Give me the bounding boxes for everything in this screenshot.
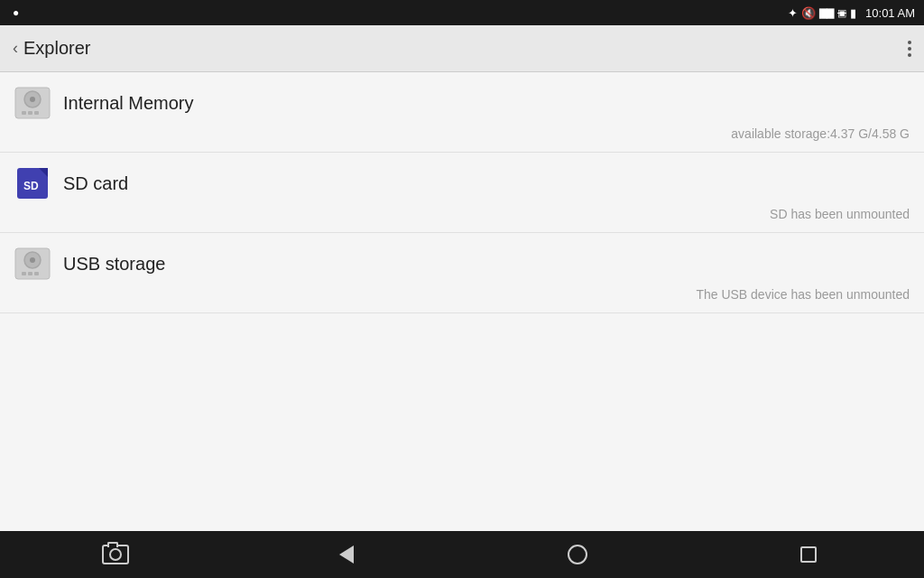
svg-rect-14 [34, 272, 39, 275]
back-button[interactable]: ‹ [13, 39, 18, 58]
usb-svg [14, 247, 51, 280]
sim-icon: ▣ [837, 7, 846, 19]
vibrate-icon: 🔇 [801, 6, 816, 20]
back-nav-button[interactable] [319, 536, 374, 573]
signal-icon: ▇▇ [819, 7, 834, 19]
app-title: Explorer [23, 38, 908, 59]
back-icon [339, 545, 354, 564]
svg-point-11 [30, 257, 35, 263]
svg-rect-5 [34, 111, 39, 115]
camera-button[interactable] [88, 536, 143, 573]
svg-point-2 [30, 97, 35, 102]
usb-storage-label: USB storage [63, 254, 165, 275]
internal-memory-status: available storage:4.37 G/4.58 G [0, 126, 924, 152]
sd-card-icon: SD [14, 165, 51, 201]
usb-storage-status: The USB device has been unmounted [0, 287, 924, 312]
sd-card-label: SD card [63, 173, 128, 194]
home-button[interactable] [550, 536, 605, 573]
status-bar: ● ✦ 🔇 ▇▇ ▣ ▮ 10:01 AM [0, 0, 924, 25]
home-icon [568, 545, 587, 564]
internal-memory-icon [14, 85, 51, 121]
svg-text:SD: SD [23, 180, 39, 192]
internal-memory-item[interactable]: Internal Memory available storage:4.37 G… [0, 72, 924, 153]
status-icons: ✦ 🔇 ▇▇ ▣ ▮ 10:01 AM [788, 6, 915, 20]
status-time: 10:01 AM [865, 6, 915, 20]
overflow-menu-button[interactable] [908, 41, 911, 57]
app-bar: ‹ Explorer [0, 25, 924, 72]
bluetooth-icon: ✦ [788, 6, 798, 20]
sd-card-item[interactable]: SD SD card SD has been unmounted [0, 153, 924, 233]
nav-bar [0, 531, 924, 578]
recents-button[interactable] [781, 536, 836, 573]
svg-rect-13 [28, 272, 32, 275]
usb-storage-icon [14, 246, 51, 282]
android-icon: ● [13, 6, 19, 19]
svg-rect-12 [22, 272, 26, 275]
svg-rect-3 [22, 111, 26, 115]
usb-storage-item[interactable]: USB storage The USB device has been unmo… [0, 233, 924, 313]
camera-icon [102, 545, 129, 564]
battery-icon: ▮ [850, 6, 856, 20]
internal-memory-label: Internal Memory [63, 93, 194, 114]
sd-svg: SD [15, 166, 50, 200]
main-content: Internal Memory available storage:4.37 G… [0, 72, 924, 531]
sd-card-status: SD has been unmounted [0, 207, 924, 232]
hdd-svg [14, 87, 51, 119]
recents-icon [800, 546, 817, 563]
svg-rect-4 [28, 111, 32, 115]
